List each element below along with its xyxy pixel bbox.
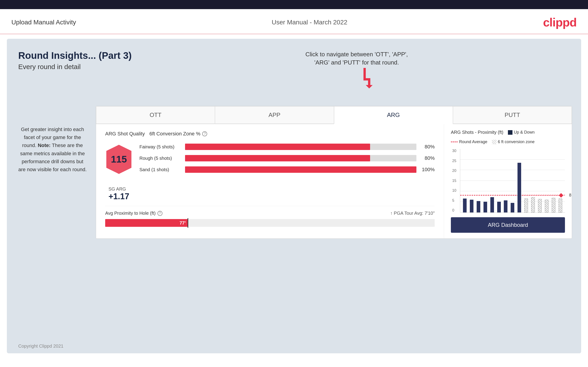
arg-shot-quality-label: ARG Shot Quality <box>105 131 145 137</box>
chart-container: 0 5 10 15 20 25 30 <box>460 149 565 213</box>
y-label-25: 25 <box>452 159 456 163</box>
top-bar <box>0 0 588 9</box>
y-label-0: 0 <box>452 208 456 212</box>
chart-bars <box>460 149 565 212</box>
bar-track-rough <box>185 155 416 161</box>
help-icon[interactable]: ? <box>202 131 207 136</box>
tabs-row: OTT APP ARG PUTT <box>96 106 572 124</box>
chart-area: 0 5 10 15 20 25 30 <box>460 149 565 213</box>
proximity-section: Avg Proximity to Hole (ft) ? ↑ PGA Tour … <box>105 206 435 231</box>
bar-fill-rough <box>185 155 370 161</box>
sg-section: SG ARG +1.17 <box>108 182 129 201</box>
nav-hint: Click to navigate between 'OTT', 'APP','… <box>305 50 408 91</box>
legend-label-updown: Up & Down <box>514 130 535 135</box>
chart-bar-hatch-2 <box>531 197 535 212</box>
left-description: Get greater insight into each facet of y… <box>18 125 87 174</box>
legend-roundavg: Round Average <box>451 140 487 144</box>
y-label-5: 5 <box>452 199 456 203</box>
bar-pct-fairway: 80% <box>421 144 435 150</box>
section-title: Round Insights... (Part 3) <box>18 50 570 61</box>
proximity-help-icon[interactable]: ? <box>157 211 163 216</box>
bar-row-fairway: Fairway (5 shots) 80% <box>139 144 435 150</box>
panel-right: ARG Shots - Proximity (ft) Up & Down Rou… <box>444 124 572 238</box>
sg-label: SG ARG <box>108 186 129 192</box>
proximity-bar-fill: 77' <box>105 219 188 227</box>
chart-bar-tall <box>518 163 521 212</box>
nav-hint-text: Click to navigate between 'OTT', 'APP','… <box>305 50 408 67</box>
bar-track-fairway <box>185 144 416 150</box>
ref-line-value: 8 <box>569 193 571 198</box>
conversion-zone-label: 6ft Conversion Zone % ? <box>149 131 208 137</box>
section-subtitle: Every round in detail <box>18 63 570 71</box>
proximity-bar-value: 77' <box>180 220 186 226</box>
bar-label-fairway: Fairway (5 shots) <box>139 144 181 150</box>
chart-title: ARG Shots - Proximity (ft) <box>451 130 503 135</box>
panel-header-row: ARG Shot Quality 6ft Conversion Zone % ? <box>105 131 435 137</box>
tab-putt[interactable]: PUTT <box>453 106 572 124</box>
bar-label-rough: Rough (5 shots) <box>139 156 181 161</box>
bar-fill-sand <box>185 167 416 173</box>
legend-updown: Up & Down <box>508 130 535 135</box>
legend-label-6ft: 6 ft conversion zone <box>498 140 535 144</box>
chart-bar-hatch-3 <box>538 199 542 212</box>
note-label: Note: <box>38 142 51 148</box>
y-label-15: 15 <box>452 179 456 183</box>
bar-track-sand <box>185 167 416 173</box>
legend-dashed <box>451 142 458 142</box>
proximity-avg: ↑ PGA Tour Avg: 7'10" <box>390 211 435 216</box>
chart-bar-6 <box>497 202 501 212</box>
nav-arrow <box>354 67 373 90</box>
bar-row-rough: Rough (5 shots) 80% <box>139 155 435 161</box>
bar-fill-fairway <box>185 144 370 150</box>
content-row: 115 SG ARG +1.17 Fairway (5 shots) <box>105 144 435 201</box>
chart-bar-hatch-1 <box>524 199 528 212</box>
header: Upload Manual Activity User Manual - Mar… <box>0 9 588 34</box>
chart-bar-7 <box>504 200 508 212</box>
chart-bar-4 <box>484 202 487 212</box>
chart-bar-5 <box>490 197 494 212</box>
tab-arg[interactable]: ARG <box>334 106 453 124</box>
panel-left: ARG Shot Quality 6ft Conversion Zone % ? <box>96 124 444 238</box>
chart-bar-hatch-6 <box>559 199 562 212</box>
chart-bar-2 <box>470 200 474 212</box>
hex-value: 115 <box>111 154 127 165</box>
chart-bar-hatch-4 <box>545 200 549 212</box>
hexagon: 115 <box>105 144 133 175</box>
bar-pct-sand: 100% <box>421 167 435 173</box>
chart-bar-3 <box>477 201 480 212</box>
legend-hatch <box>492 140 496 144</box>
bars-section: Fairway (5 shots) 80% Rough (5 shots) <box>139 144 435 178</box>
document-title: User Manual - March 2022 <box>272 19 347 26</box>
sg-value: +1.17 <box>108 192 129 201</box>
y-label-20: 20 <box>452 169 456 173</box>
hex-container: 115 SG ARG +1.17 <box>105 144 133 201</box>
chart-bar-1 <box>463 199 467 212</box>
legend-6ft: 6 ft conversion zone <box>492 140 535 144</box>
bar-label-sand: Sand (1 shots) <box>139 167 181 172</box>
y-axis: 0 5 10 15 20 25 30 <box>452 149 456 212</box>
y-label-30: 30 <box>452 149 456 153</box>
bar-row-sand: Sand (1 shots) 100% <box>139 167 435 173</box>
proximity-label: Avg Proximity to Hole (ft) ? <box>105 211 163 216</box>
y-label-10: 10 <box>452 189 456 193</box>
tab-ott[interactable]: OTT <box>96 106 215 124</box>
upload-manual-label: Upload Manual Activity <box>11 19 76 26</box>
proximity-header: Avg Proximity to Hole (ft) ? ↑ PGA Tour … <box>105 211 435 216</box>
arg-dashboard-button[interactable]: ARG Dashboard <box>451 217 565 233</box>
clippd-logo: clippd <box>543 16 577 29</box>
bar-pct-rough: 80% <box>421 155 435 161</box>
main-panel: OTT APP ARG PUTT ARG Shot Quality 6ft Co… <box>96 106 572 239</box>
panel-body: ARG Shot Quality 6ft Conversion Zone % ? <box>96 124 572 238</box>
legend-label-roundavg: Round Average <box>459 140 487 144</box>
proximity-cursor <box>188 218 188 228</box>
chart-bar-8 <box>511 203 514 212</box>
legend-box-updown <box>508 130 512 135</box>
tab-app[interactable]: APP <box>215 106 334 124</box>
chart-header: ARG Shots - Proximity (ft) Up & Down Rou… <box>451 130 565 144</box>
main-content: Round Insights... (Part 3) Every round i… <box>7 39 581 353</box>
proximity-bar-track: 77' <box>105 219 435 227</box>
chart-bar-hatch-5 <box>552 198 555 212</box>
footer-text: Copyright Clippd 2021 <box>18 343 63 349</box>
